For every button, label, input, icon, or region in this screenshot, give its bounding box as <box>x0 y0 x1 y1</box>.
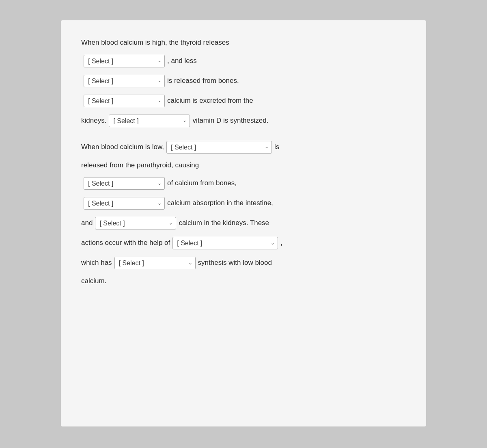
select-10[interactable]: [ Select ] <box>114 257 196 269</box>
intro-text: When blood calcium is high, the thyroid … <box>81 37 229 49</box>
select-wrapper-3[interactable]: [ Select ] ⌄ <box>84 95 165 107</box>
line-6: released from the parathyroid, causing <box>81 159 406 172</box>
line-10: actions occur with the help of [ Select … <box>81 235 406 251</box>
select-5[interactable]: [ Select ] <box>166 141 272 154</box>
select-wrapper-1[interactable]: [ Select ] ⌄ <box>84 55 165 67</box>
select-wrapper-7[interactable]: [ Select ] ⌄ <box>84 197 165 210</box>
line-5: When blood calcium is low, [ Select ] ⌄ … <box>81 139 406 155</box>
select-wrapper-4[interactable]: [ Select ] ⌄ <box>109 115 190 127</box>
select-4[interactable]: [ Select ] <box>109 115 190 127</box>
select-wrapper-9[interactable]: [ Select ] ⌄ <box>172 237 278 249</box>
main-container: When blood calcium is high, the thyroid … <box>61 20 426 426</box>
select-8[interactable]: [ Select ] <box>95 217 176 229</box>
line-3: [ Select ] ⌄ calcium is excreted from th… <box>81 93 406 109</box>
select-6[interactable]: [ Select ] <box>84 177 165 190</box>
select-1[interactable]: [ Select ] <box>84 55 165 67</box>
line-2-suffix: is released from bones. <box>167 75 239 87</box>
line-9-prefix: and <box>81 217 93 229</box>
line-8-suffix: calcium absorption in the intestine, <box>167 197 273 210</box>
select-2[interactable]: [ Select ] <box>84 75 165 87</box>
select-wrapper-10[interactable]: [ Select ] ⌄ <box>114 257 196 269</box>
line-4: kidneys. [ Select ] ⌄ vitamin D is synth… <box>81 113 406 129</box>
content-block: When blood calcium is high, the thyroid … <box>81 37 406 288</box>
select-3[interactable]: [ Select ] <box>84 95 165 107</box>
line-12: calcium. <box>81 275 406 288</box>
select-wrapper-6[interactable]: [ Select ] ⌄ <box>84 177 165 190</box>
intro-line: When blood calcium is high, the thyroid … <box>81 37 406 49</box>
select-wrapper-8[interactable]: [ Select ] ⌄ <box>95 217 176 229</box>
select-9[interactable]: [ Select ] <box>172 237 278 249</box>
line-9: and [ Select ] ⌄ calcium in the kidneys.… <box>81 215 406 231</box>
line-7: [ Select ] ⌄ of calcium from bones, <box>81 175 406 191</box>
line-11-suffix: synthesis with low blood <box>198 257 272 269</box>
select-wrapper-5[interactable]: [ Select ] ⌄ <box>166 141 272 154</box>
line-11: which has [ Select ] ⌄ synthesis with lo… <box>81 255 406 271</box>
line-8: [ Select ] ⌄ calcium absorption in the i… <box>81 195 406 211</box>
line-2: [ Select ] ⌄ is released from bones. <box>81 73 406 89</box>
line-7-suffix: of calcium from bones, <box>167 177 237 190</box>
select-wrapper-2[interactable]: [ Select ] ⌄ <box>84 75 165 87</box>
line-1: [ Select ] ⌄ , and less <box>81 53 406 69</box>
line-6-text: released from the parathyroid, causing <box>81 159 199 172</box>
line-4-suffix: vitamin D is synthesized. <box>192 115 268 127</box>
line-9-suffix: calcium in the kidneys. These <box>179 217 269 229</box>
line-11-prefix: which has <box>81 257 112 269</box>
line-10-prefix: actions occur with the help of <box>81 237 170 249</box>
select-7[interactable]: [ Select ] <box>84 197 165 210</box>
line-12-text: calcium. <box>81 275 106 288</box>
line-5-suffix: is <box>274 141 279 154</box>
line-5-prefix: When blood calcium is low, <box>81 141 164 154</box>
paragraph-break-1 <box>81 133 406 139</box>
line-3-suffix: calcium is excreted from the <box>167 95 253 107</box>
line-10-suffix: , <box>280 237 282 249</box>
line-1-suffix: , and less <box>167 55 197 67</box>
line-4-prefix: kidneys. <box>81 115 106 127</box>
